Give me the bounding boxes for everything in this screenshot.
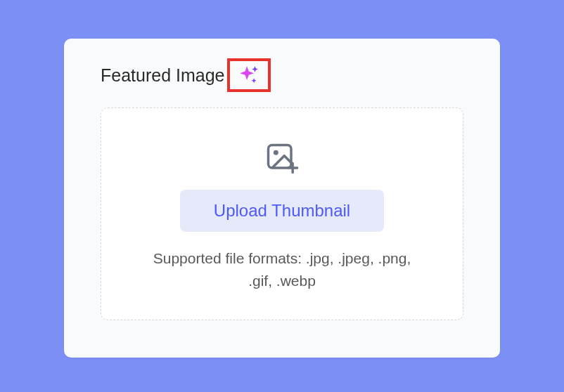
upload-thumbnail-button[interactable]: Upload Thumbnail (180, 190, 384, 232)
sparkle-icon (237, 63, 261, 87)
ai-sparkle-highlighted[interactable] (227, 58, 271, 92)
image-plus-icon (264, 141, 300, 177)
svg-point-1 (274, 150, 278, 155)
section-title: Featured Image (101, 65, 225, 86)
supported-formats-text: Supported file formats: .jpg, .jpeg, .pn… (148, 247, 416, 292)
svg-rect-0 (269, 145, 292, 169)
section-header: Featured Image (101, 58, 463, 92)
featured-image-card: Featured Image Upload Thumbnail Supporte… (64, 39, 500, 358)
upload-dropzone[interactable]: Upload Thumbnail Supported file formats:… (101, 107, 463, 320)
